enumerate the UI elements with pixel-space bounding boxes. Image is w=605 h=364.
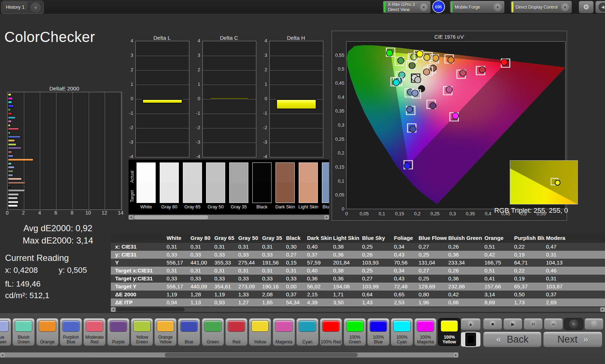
tab-history-1[interactable]: History 1 [3,2,28,12]
table-cell: 0,93 [213,299,237,306]
pattern-button-100--magenta[interactable]: 100%Magenta [414,318,437,346]
pattern-button-bluish-green[interactable]: BluishGreen [12,318,35,346]
meter-dropdown[interactable]: X-Rite i1Pro 3 Direct View ▼ [383,1,431,13]
table-cell: 0,51 [483,267,513,275]
pattern-button-100--blue[interactable]: 100%Blue [367,318,390,346]
refresh-button[interactable]: ↻ [564,318,583,330]
scroll-left-icon[interactable]: ◄ [129,215,133,220]
deltae-bar-white [8,204,18,207]
scroll-right-icon[interactable]: ► [324,215,329,220]
swatch-strip-scrollbar[interactable]: ◄► [129,215,329,220]
pattern-button-blue-flower[interactable]: BlueFlower [0,318,11,346]
pattern-button-magenta[interactable]: Magenta [273,318,295,346]
swatch-actual [183,163,202,183]
pattern-button-green[interactable]: Green [202,318,224,346]
axis-tick-label: 3 [259,52,267,58]
axis-tick-label: -2 [192,125,200,130]
scroll-thumb[interactable] [134,215,208,219]
pattern-button-orange[interactable]: Orange [36,318,59,346]
back-button-label: Back [507,334,529,345]
pattern-button-yellow[interactable]: Yellow [249,318,271,346]
gridline [89,92,89,209]
chevron-down-icon[interactable]: ▼ [493,3,502,11]
back-button[interactable]: « Back [483,331,542,347]
column-header: Dark Skin [306,233,332,243]
pattern-swatch [346,320,364,332]
scroll-right-icon[interactable]: ► [600,307,605,312]
cie-y-tick: 0,15 [332,164,344,170]
swatch-label: White [135,204,157,209]
display-control-dropdown[interactable]: Direct Display Control ▼ [511,1,572,13]
add-tab-button[interactable]: + [31,3,41,12]
chevron-down-icon[interactable]: ▼ [420,3,428,11]
table-scrollbar[interactable]: ◄► [111,307,605,312]
pattern-button-yellow-green[interactable]: YellowGreen [131,318,153,346]
table-cell: 0,31 [285,267,306,275]
stop-button[interactable]: ■ [483,318,502,330]
swatch-black [252,162,272,203]
pattern-up-button[interactable]: ▲ [461,318,481,330]
pattern-window-button[interactable] [461,332,481,347]
table-row: Target x:CIE310,310,310,310,310,310,310,… [111,267,605,275]
gridline [270,143,323,143]
scroll-right-icon[interactable]: ► [454,352,458,357]
gridline [270,70,323,71]
chevron-down-icon[interactable]: ▼ [561,3,569,11]
cie-diagram-panel: CIE 1976 u'v' [332,31,567,221]
pattern-button-moderate-red[interactable]: ModerateRed [83,318,106,346]
cie-x-tick: 0,35 [465,211,476,216]
pattern-button-100-red[interactable]: 100% Red [320,318,342,346]
table-cell: 0,46 [545,267,605,275]
blank-button[interactable] [584,318,604,330]
pattern-button-purple[interactable]: Purple [107,318,130,346]
scroll-left-icon[interactable]: ◄ [0,352,5,357]
axis-tick-label: 0 [192,96,200,101]
table-cell: 0,25 [417,275,447,283]
table-cell: 0,33 [189,275,213,283]
collapse-panel-button[interactable]: ◀ [595,1,605,13]
column-header: Purplish Blue [513,233,545,243]
loop-button[interactable]: ∞ [544,318,563,330]
measured-dot-red-100 [501,59,508,65]
swatch-actual [299,163,318,183]
table-cell: 0,30 [285,243,306,251]
table-cell: 1,13 [189,299,213,306]
pattern-button-100--cyan[interactable]: 100%Cyan [391,318,413,346]
deltae2000-bar-chart [7,92,122,210]
source-dropdown[interactable]: Mobile Forge ▼ [450,1,505,13]
scroll-thumb[interactable] [116,308,185,312]
delta-chart-title: Delta C [202,35,256,41]
meter-status-bar [384,2,386,12]
next-button[interactable]: Next » [543,331,602,347]
pattern-button-100--green[interactable]: 100%Green [344,318,366,346]
deltae-bar-100-cyan [8,101,12,103]
deltae-bar-purple [8,147,21,149]
pattern-window-button[interactable]: H [524,318,543,330]
scroll-thumb[interactable] [165,353,358,357]
pattern-swatch [133,320,151,332]
pattern-button-cyan[interactable]: Cyan [296,318,319,346]
table-row: ΔE ITP0,941,130,931,271,8554,344,393,501… [111,299,605,306]
table-cell: 0,33 [189,251,213,259]
column-header: Orange [483,233,513,243]
scroll-left-icon[interactable]: ◄ [111,307,115,312]
gear-icon[interactable]: ⚙ [579,1,594,13]
deltae-bar-100-green [8,109,10,111]
swatch-actual [137,163,155,183]
meter-name: X-Rite i1Pro 3 [388,2,415,7]
pattern-button-blue[interactable]: Blue [178,318,200,346]
pattern-button-100--yellow[interactable]: 100%Yellow [438,318,461,346]
pattern-scrollbar[interactable]: ◄► [0,352,458,357]
label-line: Red [226,340,247,344]
pattern-button-orange-yellow[interactable]: OrangeYellow [154,318,177,346]
meter-count-badge[interactable]: 696 [432,0,445,13]
pattern-button-purplish-blue[interactable]: PurplishBlue [60,318,82,346]
play-button[interactable]: ▶ [503,318,522,330]
blank-icon [589,319,598,329]
label-line: Yellow [438,340,460,344]
pattern-swatch [110,320,127,332]
pattern-button-red[interactable]: Red [225,318,248,346]
pattern-swatch [393,320,411,332]
table-cell: 1,33 [237,291,261,299]
measured-dot-magenta-100 [452,113,459,119]
